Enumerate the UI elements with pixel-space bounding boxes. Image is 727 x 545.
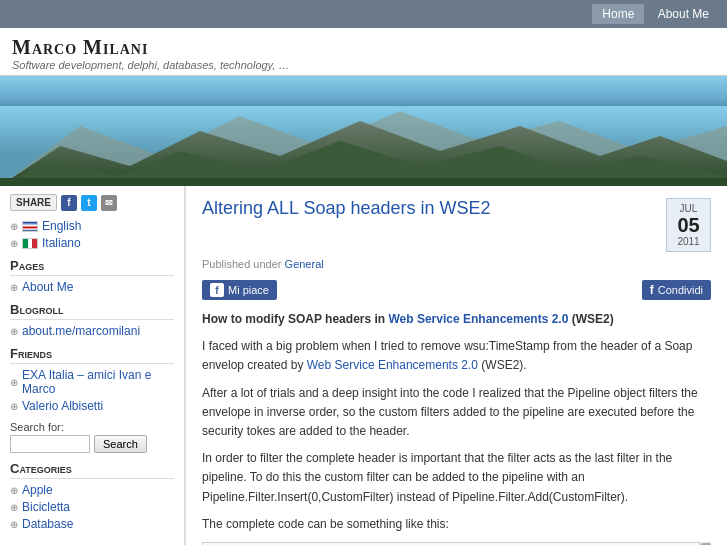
blogroll-link-0[interactable]: about.me/marcomilani [22, 324, 140, 338]
date-year: 2011 [675, 236, 702, 247]
article-meta: Published under General [202, 258, 711, 270]
article-title: Altering ALL Soap headers in WSE2 [202, 198, 666, 219]
main-content: Altering ALL Soap headers in WSE2 Jul 05… [185, 186, 727, 545]
site-tagline: Software development, delphi, databases,… [12, 59, 715, 71]
subtitle-text: How to modify SOAP headers in [202, 312, 388, 326]
flag-uk [22, 221, 38, 232]
article-header: Altering ALL Soap headers in WSE2 Jul 05… [202, 198, 711, 252]
friends-section-title: Friends [10, 346, 174, 364]
category-link-2[interactable]: Database [22, 517, 73, 531]
language-italiano: ⊕ Italiano [10, 236, 174, 250]
flag-it [22, 238, 38, 249]
social-bar: f Mi piace f Condividi [202, 280, 711, 300]
like-label: Mi piace [228, 284, 269, 296]
fb-like-icon: f [210, 283, 224, 297]
meta-category-link[interactable]: General [285, 258, 324, 270]
category-link-0[interactable]: Apple [22, 483, 53, 497]
pages-about-link[interactable]: About Me [22, 280, 73, 294]
meta-prefix: Published under [202, 258, 282, 270]
sidebar: SHARE f t ✉ ⊕ English ⊕ Italiano Pages ⊕… [0, 186, 185, 545]
blogroll-item-0: ⊕ about.me/marcomilani [10, 324, 174, 338]
plus-icon-en: ⊕ [10, 221, 18, 232]
blogroll-section-title: Blogroll [10, 302, 174, 320]
subtitle-link[interactable]: Web Service Enhancements 2.0 [388, 312, 568, 326]
bullet-blogroll-0: ⊕ [10, 326, 18, 337]
friends-item-1: ⊕ Valerio Albisetti [10, 399, 174, 413]
bullet-friends-1: ⊕ [10, 401, 18, 412]
page-about-me: ⊕ About Me [10, 280, 174, 294]
category-item-2: ⊕ Database [10, 517, 174, 531]
bullet-friends-0: ⊕ [10, 377, 18, 388]
share-button[interactable]: f Condividi [642, 280, 711, 300]
bullet-cat-1: ⊕ [10, 502, 18, 513]
search-area: Search for: Search [10, 421, 174, 453]
share-bar: SHARE f t ✉ [10, 194, 174, 211]
article-para3: In order to filter the complete header i… [202, 449, 711, 507]
lang-italiano-link[interactable]: Italiano [42, 236, 81, 250]
date-month: Jul [675, 203, 702, 214]
email-share-icon[interactable]: ✉ [101, 195, 117, 211]
main-wrapper: SHARE f t ✉ ⊕ English ⊕ Italiano Pages ⊕… [0, 186, 727, 545]
plus-icon-it: ⊕ [10, 238, 18, 249]
search-input-row: Search [10, 435, 174, 453]
banner-image [0, 76, 727, 186]
twitter-share-icon[interactable]: t [81, 195, 97, 211]
like-button[interactable]: f Mi piace [202, 280, 277, 300]
language-english: ⊕ English [10, 219, 174, 233]
article-body: How to modify SOAP headers in Web Servic… [202, 310, 711, 534]
svg-rect-4 [0, 178, 727, 186]
friends-link-0[interactable]: EXA Italia – amici Ivan e Marco [22, 368, 174, 396]
search-input[interactable] [10, 435, 90, 453]
subtitle-suffix: (WSE2) [568, 312, 613, 326]
search-label: Search for: [10, 421, 174, 433]
article-subtitle: How to modify SOAP headers in Web Servic… [202, 310, 711, 329]
share-label[interactable]: SHARE [10, 194, 57, 211]
top-navigation: Home About Me [0, 0, 727, 28]
category-link-1[interactable]: Bicicletta [22, 500, 70, 514]
para1-link[interactable]: Web Service Enhancements 2.0 [307, 358, 478, 372]
bullet-cat-2: ⊕ [10, 519, 18, 530]
article-code-intro: The complete code can be something like … [202, 515, 711, 534]
fb-share-icon: f [650, 283, 654, 297]
nav-home[interactable]: Home [592, 4, 644, 24]
search-button[interactable]: Search [94, 435, 147, 453]
nav-about[interactable]: About Me [648, 4, 719, 24]
bullet-pages-0: ⊕ [10, 282, 18, 293]
bullet-cat-0: ⊕ [10, 485, 18, 496]
friends-link-1[interactable]: Valerio Albisetti [22, 399, 103, 413]
category-item-1: ⊕ Bicicletta [10, 500, 174, 514]
site-header: Marco Milani Software development, delph… [0, 28, 727, 76]
article-para1: I faced with a big problem when I tried … [202, 337, 711, 375]
article-para2: After a lot of trials and a deep insight… [202, 384, 711, 442]
site-title: Marco Milani [12, 36, 715, 59]
lang-english-link[interactable]: English [42, 219, 81, 233]
share-label: Condividi [658, 284, 703, 296]
date-day: 05 [675, 214, 702, 236]
friends-item-0: ⊕ EXA Italia – amici Ivan e Marco [10, 368, 174, 396]
facebook-share-icon[interactable]: f [61, 195, 77, 211]
date-badge: Jul 05 2011 [666, 198, 711, 252]
pages-section-title: Pages [10, 258, 174, 276]
category-item-0: ⊕ Apple [10, 483, 174, 497]
categories-section-title: Categories [10, 461, 174, 479]
